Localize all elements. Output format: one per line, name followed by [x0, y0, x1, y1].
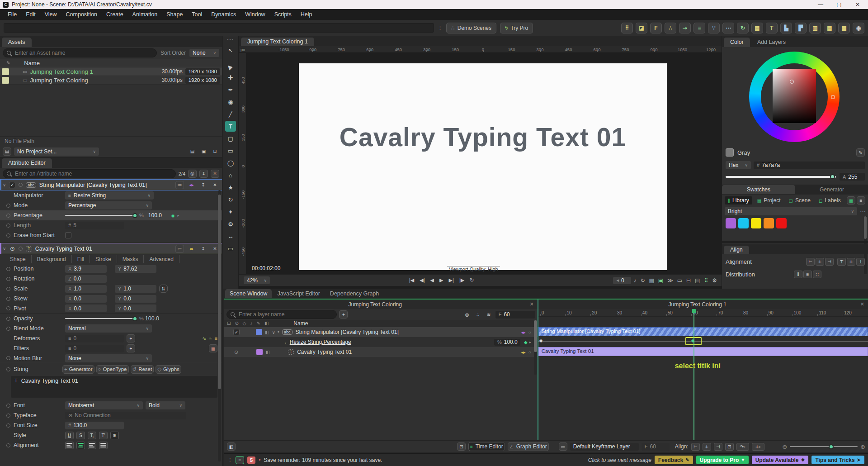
layer-row-text[interactable]: ⊙ ◧ T Cavalry Typing Text 01 ◂▸ ○ — [224, 347, 538, 357]
generator-button[interactable]: +Generator — [62, 365, 94, 374]
upgrade-pro-button[interactable]: Upgrade to Pro✦ — [696, 456, 749, 464]
deformer-menu-icon[interactable]: ≡ — [215, 336, 217, 341]
ellipsis-icon[interactable]: ⋯ — [722, 23, 734, 33]
position-x-field[interactable]: X3.9 — [65, 265, 107, 273]
rotation-z-field[interactable]: Z0.0 — [65, 275, 107, 283]
text-tool-icon[interactable]: T — [766, 23, 778, 33]
reset-button[interactable]: ↺Reset — [131, 365, 154, 374]
grid-icon[interactable]: ▦ — [838, 23, 850, 33]
percentage-slider[interactable] — [65, 212, 137, 219]
keyframe-dot[interactable] — [6, 277, 10, 281]
attribute-link[interactable]: Resize String.Percentage — [290, 339, 494, 345]
alpha-slider[interactable] — [726, 173, 836, 181]
transport-button[interactable]: |▶ — [458, 277, 466, 284]
position-y-field[interactable]: Y87.62 — [115, 265, 156, 273]
line-tool-icon[interactable]: ╱ — [225, 109, 236, 119]
keyframe-nav-icon[interactable]: ◂▸ — [187, 245, 196, 253]
save-icon[interactable]: ▣ — [199, 147, 208, 156]
subscript-button[interactable]: T, — [88, 432, 96, 439]
menu-item[interactable]: Composition — [62, 9, 101, 20]
keyframe-dot[interactable] — [6, 204, 10, 208]
menu-item[interactable]: Shape — [162, 9, 187, 20]
swatch-grid-view-icon[interactable]: ▦ — [847, 196, 855, 204]
filters-field[interactable]: ≡0 — [65, 345, 124, 352]
keyframe-dot[interactable] — [6, 267, 10, 271]
grid-dots-icon[interactable]: ⠿ — [621, 23, 633, 33]
audio-icon[interactable]: ♪ — [633, 277, 636, 284]
camera-icon[interactable]: ◉ — [853, 23, 864, 33]
layer-list-icon[interactable]: ≔ — [175, 181, 184, 189]
string-manipulator-header[interactable]: ∨ ✓ abc String Manipulator [Cavalry Typi… — [0, 179, 222, 190]
timeline-zoom-slider[interactable] — [790, 443, 858, 451]
skew-y-field[interactable]: Y0.0 — [115, 295, 156, 303]
chevrons-icon[interactable]: ≫ — [667, 277, 673, 284]
clip-column-icon[interactable]: ◧ — [264, 321, 269, 326]
width-tool-icon[interactable]: ↔ — [225, 231, 236, 242]
transport-button[interactable]: ◀| — [418, 277, 426, 284]
pen-tool-icon[interactable]: ✒ — [225, 84, 236, 95]
tab-generator[interactable]: Generator — [795, 185, 868, 194]
marquee-tool-icon[interactable]: ▢ — [225, 133, 236, 144]
transport-button[interactable]: ▶| — [447, 277, 456, 284]
timeline-a-icon[interactable]: ▙ — [780, 23, 792, 33]
timeline-ruler[interactable]: 0102030405060708090100110120 — [538, 309, 868, 317]
pin-icon[interactable]: ↧ — [199, 181, 208, 189]
length-field[interactable]: #5 — [65, 222, 124, 229]
project-list-icon[interactable]: ▤ — [3, 147, 11, 156]
frame-field[interactable]: F60 — [642, 443, 670, 451]
update-available-button[interactable]: Update Available❖ — [752, 456, 809, 464]
link-scale-icon[interactable]: ⇅ — [159, 285, 168, 293]
keyframe-dot[interactable] — [6, 233, 10, 238]
color-wheel[interactable] — [749, 52, 840, 142]
keyframe-layer-field[interactable]: Default Keyframe Layer — [570, 443, 639, 451]
keyframe-dot[interactable] — [6, 223, 10, 228]
menu-item[interactable]: Scripts — [270, 9, 296, 20]
tab-swatches[interactable]: Swatches — [722, 185, 795, 194]
feedback-button[interactable]: Feedback✎ — [655, 456, 693, 464]
camera-tool-icon[interactable]: ◉ — [225, 96, 236, 107]
Jumping Text Coloring[interactable]: ▭ Jumping Text Coloring 30.00fps 1920 x … — [0, 76, 222, 85]
render-column-icon[interactable]: ◇ — [243, 321, 246, 326]
panel-handle-icon[interactable]: ••• — [223, 36, 238, 43]
text-tool-icon[interactable]: T — [225, 121, 236, 132]
ellipse-tool-icon[interactable]: ◯ — [225, 157, 236, 168]
visibility-column-icon[interactable]: ⊙ — [235, 321, 238, 326]
keyframe-nav-icon[interactable]: ◂▸ — [521, 330, 526, 335]
trash-icon[interactable]: ⊔ — [211, 147, 219, 156]
keyframe-dot[interactable] — [6, 327, 10, 331]
keyframe-dot[interactable] — [6, 287, 10, 291]
attribute-search-input[interactable] — [3, 169, 176, 178]
layer-row-percentage-attr[interactable]: ⌞ Resize String.Percentage %100.0 ◆ ▸ — [224, 337, 538, 347]
attr-scrollbar[interactable] — [218, 190, 221, 461]
tab-add-layers[interactable]: Add Layers — [751, 38, 792, 47]
star-tool-icon[interactable]: ★ — [225, 182, 236, 193]
align-right-button[interactable] — [88, 442, 96, 449]
font-select[interactable]: Montserrat∨ — [65, 401, 143, 409]
display-icon[interactable]: ▭ — [677, 277, 682, 284]
columns-icon[interactable]: ▥ — [809, 23, 821, 33]
tab-javascript-editor[interactable]: JavaScript Editor — [273, 289, 324, 298]
maximize-button[interactable]: ▢ — [831, 1, 847, 8]
close-panel-icon[interactable]: ✕ — [526, 301, 537, 307]
filmstrip-icon[interactable]: ▤ — [751, 23, 763, 33]
scale-y-field[interactable]: Y1.0 — [115, 285, 156, 293]
time-editor-button[interactable]: ≡Time Editor — [468, 442, 505, 451]
keyframe-nav-icon[interactable]: ◂▸ — [521, 350, 526, 355]
frame-offset-field[interactable]: ◂0 — [613, 277, 631, 284]
shape-tab[interactable]: Shape — [5, 255, 32, 263]
collapse-icon[interactable]: ∨ — [3, 246, 6, 251]
string-textarea[interactable]: T Cavalry Typing Text 01 — [11, 376, 217, 398]
keyframe-diamond-icon[interactable]: ◆ — [524, 340, 528, 345]
expand-icon[interactable]: ∨ — [272, 330, 275, 335]
scene-scrollbar[interactable] — [534, 320, 537, 375]
message-count-badge[interactable]: 5 — [247, 456, 255, 464]
menu-item[interactable]: Tool — [188, 9, 206, 20]
mode-select[interactable]: Percentage∨ — [65, 201, 152, 209]
scale-x-field[interactable]: X1.0 — [65, 285, 107, 293]
zoom-in-icon[interactable]: ⊕ — [860, 443, 865, 450]
percentage-value[interactable]: 100.0 — [145, 212, 169, 219]
swatch-red[interactable] — [776, 218, 787, 228]
shape-tab[interactable]: Masks — [117, 255, 144, 263]
asset-color-chip[interactable] — [2, 68, 9, 75]
message-log-icon[interactable]: ≡ — [236, 456, 244, 464]
